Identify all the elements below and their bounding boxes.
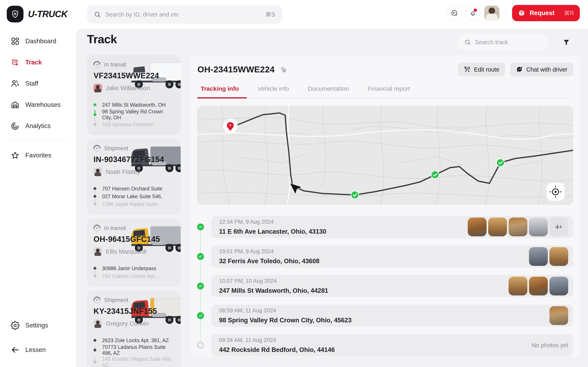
photo-thumbnail[interactable] bbox=[488, 217, 507, 236]
stop-address: 70773 Ladarius Plains Suite 496, AZ bbox=[102, 344, 174, 356]
entry-photos[interactable] bbox=[549, 306, 568, 325]
request-label: Request bbox=[530, 9, 554, 17]
tracking-timeline: 12:34 PM, 9 Aug 2024 11 E 6th Ave Lancas… bbox=[197, 216, 573, 356]
shipment-status: Shipment bbox=[104, 297, 128, 303]
sidebar-label: Favorites bbox=[25, 152, 51, 159]
checkpoint-marker bbox=[497, 159, 504, 167]
photo-thumbnail[interactable] bbox=[549, 247, 568, 266]
sidebar-item-dashboard[interactable]: Dashboard bbox=[0, 34, 76, 49]
stop-item: 70773 Ladarius Plains Suite 496, AZ bbox=[94, 344, 174, 356]
driver-avatar bbox=[94, 167, 102, 176]
edit-route-label: Edit route bbox=[474, 66, 499, 73]
messages-button[interactable] bbox=[447, 6, 461, 20]
photo-thumbnail[interactable] bbox=[549, 277, 568, 295]
tab-financial-report[interactable]: Financial report bbox=[368, 85, 410, 98]
route-map[interactable] bbox=[197, 106, 573, 205]
search-icon bbox=[464, 39, 471, 45]
analytics-icon bbox=[11, 122, 20, 131]
entry-address: 442 Rockside Rd Bedford, Ohio, 44146 bbox=[219, 346, 335, 354]
stop-dot bbox=[94, 275, 96, 277]
entry-time: 12:34 PM, 9 Aug 2024 bbox=[219, 219, 326, 225]
stop-item: 30986 Jamir Underpass bbox=[94, 264, 174, 272]
edit-route-button[interactable]: Edit route bbox=[458, 63, 505, 76]
sidebar-collapse-button[interactable]: Lessen bbox=[0, 342, 76, 357]
staff-icon bbox=[11, 79, 20, 88]
stops-list: 2623 Zoie Locks Apt. 381, AZ 70773 Ladar… bbox=[94, 336, 174, 367]
checkpoint-marker bbox=[351, 191, 359, 199]
arrow-left-icon bbox=[11, 345, 20, 354]
timeline-entry[interactable]: 10:07 PM, 10 Aug 2024 247 Mills St Wadsw… bbox=[211, 275, 573, 297]
shipment-status: In transit bbox=[104, 225, 126, 231]
global-search-input[interactable]: Search by ID, driver and etc ⌘S bbox=[87, 5, 282, 24]
photo-thumbnail[interactable] bbox=[509, 277, 527, 295]
entry-address: 32 Ferris Ave Toledo, Ohio, 43608 bbox=[219, 258, 320, 265]
shipment-card[interactable]: In transit OH-96415GFC145 Ellis Marquard… bbox=[87, 218, 181, 287]
driver-name: Gregory Corwin bbox=[106, 320, 149, 327]
notifications-button[interactable] bbox=[466, 6, 480, 20]
track-search-input[interactable]: Search track bbox=[458, 34, 548, 50]
photo-thumbnail[interactable] bbox=[549, 306, 568, 325]
sidebar-item-settings[interactable]: Settings bbox=[0, 318, 76, 333]
stop-item: 7186 Jayde Radial Suite, bbox=[94, 200, 174, 208]
sidebar-item-track[interactable]: Track bbox=[0, 55, 76, 70]
entry-photos[interactable] bbox=[509, 277, 568, 295]
dashboard-icon bbox=[11, 37, 20, 46]
entry-time: 09:34 AM, 11 Aug 2024 bbox=[219, 337, 335, 343]
photo-thumbnail[interactable] bbox=[529, 247, 548, 266]
sidebar-label: Staff bbox=[25, 80, 38, 87]
stop-dot bbox=[94, 203, 96, 206]
entry-address: 247 Mills St Wadsworth, Ohio, 44281 bbox=[219, 287, 328, 294]
sidebar: Dashboard Track Staff Warehouses Analyti… bbox=[0, 29, 76, 367]
brand: U-TRUCK bbox=[7, 6, 67, 22]
timeline-entry[interactable]: 06:59 AM, 11 Aug 2024 98 Spring Valley R… bbox=[211, 305, 573, 327]
photo-thumbnail[interactable] bbox=[529, 217, 548, 236]
stop-address: 30986 Jamir Underpass bbox=[102, 266, 156, 271]
photo-thumbnail[interactable] bbox=[468, 217, 486, 236]
photo-thumbnail[interactable] bbox=[529, 277, 548, 295]
entry-photos[interactable] bbox=[529, 247, 568, 266]
track-search-placeholder: Search track bbox=[475, 39, 508, 46]
shipment-card[interactable]: Shipment KY-23415JNF155 Gregory Corwin 2… bbox=[87, 291, 181, 367]
entry-time: 19:01 PM, 9 Aug 2024 bbox=[219, 248, 320, 255]
stops-list: 707 Hansen Orchard Suite 027 Morar Lake … bbox=[94, 185, 174, 208]
sidebar-item-staff[interactable]: Staff bbox=[0, 76, 76, 91]
global-search-placeholder: Search by ID, driver and etc bbox=[105, 11, 261, 18]
sidebar-item-analytics[interactable]: Analytics bbox=[0, 119, 76, 133]
stop-dot bbox=[94, 349, 96, 351]
shipment-list: In transit VF23415WWE224 Jake Williamson… bbox=[87, 55, 181, 367]
locate-button[interactable] bbox=[546, 183, 564, 201]
entry-time: 10:07 PM, 10 Aug 2024 bbox=[219, 278, 328, 284]
shipment-card[interactable]: Shipment IN-9034677ZFG154 Noah Flatley 7… bbox=[87, 139, 181, 215]
photo-thumbnail[interactable] bbox=[509, 217, 527, 236]
stop-item: 419 Vanessa Common bbox=[94, 120, 174, 128]
stop-item: 247 Mills St Wadsworth, OH bbox=[94, 101, 174, 109]
request-button[interactable]: Request ⌘R bbox=[512, 5, 580, 21]
sidebar-divider bbox=[7, 140, 69, 140]
request-shortcut: ⌘R bbox=[564, 9, 574, 17]
stop-item: 792 Gabriel Corner Apt., bbox=[94, 272, 174, 280]
brand-name: U-TRUCK bbox=[28, 9, 67, 19]
copy-icon[interactable] bbox=[280, 66, 287, 73]
user-avatar[interactable] bbox=[484, 6, 499, 21]
shipment-card[interactable]: In transit VF23415WWE224 Jake Williamson… bbox=[87, 55, 181, 135]
timeline-entry[interactable]: 19:01 PM, 9 Aug 2024 32 Ferris Ave Toled… bbox=[211, 245, 573, 267]
stop-address: 145 Kuvalis Villages Suite 466, AZ bbox=[102, 356, 174, 367]
entry-photos[interactable]: 4+ bbox=[468, 217, 568, 236]
filter-button[interactable] bbox=[561, 37, 572, 48]
tab-tracking-info[interactable]: Tracking info bbox=[201, 85, 239, 98]
stop-address: 247 Mills St Wadsworth, OH bbox=[102, 102, 166, 108]
timeline-entry[interactable]: 12:34 PM, 9 Aug 2024 11 E 6th Ave Lancas… bbox=[211, 216, 573, 238]
sidebar-item-favorites[interactable]: Favorites bbox=[0, 148, 76, 163]
more-photos-badge[interactable]: 4+ bbox=[549, 217, 568, 236]
checkpoint-marker bbox=[431, 171, 439, 179]
sidebar-item-warehouses[interactable]: Warehouses bbox=[0, 98, 76, 112]
stop-dot bbox=[94, 339, 96, 342]
chat-with-driver-button[interactable]: Chat with driver bbox=[510, 63, 573, 76]
stop-address: 98 Spring Valley Rd Crown City, OH bbox=[102, 109, 174, 120]
app-logo[interactable] bbox=[7, 6, 24, 22]
sidebar-label: Lessen bbox=[25, 346, 46, 354]
tab-documentation[interactable]: Documentation bbox=[308, 85, 349, 98]
stop-address: 707 Hansen Orchard Suite bbox=[102, 186, 163, 192]
tab-vehicle-info[interactable]: Vehicle info bbox=[258, 85, 289, 98]
timeline-entry[interactable]: 09:34 AM, 11 Aug 2024 442 Rockside Rd Be… bbox=[211, 334, 573, 356]
